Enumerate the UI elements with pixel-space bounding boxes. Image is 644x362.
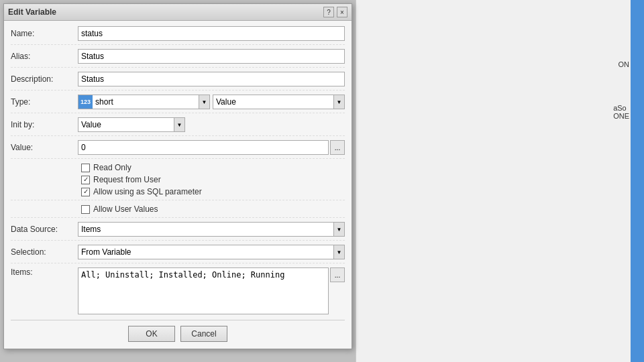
items-row: Items: All; Uninstall; Installed; Online…: [11, 267, 345, 314]
alias-input[interactable]: [78, 49, 345, 64]
dialog-titlebar: Edit Variable ? ×: [4, 4, 352, 21]
cancel-button[interactable]: Cancel: [180, 326, 227, 342]
dialog-title: Edit Variable: [8, 7, 56, 17]
items-textarea-wrapper: All; Uninstall; Installed; Online; Runni…: [78, 267, 345, 314]
type-label: Type:: [11, 97, 78, 107]
request-from-user-label: Request from User: [93, 175, 161, 184]
data-source-label: Data Source:: [11, 225, 78, 234]
alias-row: Alias:: [11, 49, 345, 68]
description-row: Description:: [11, 72, 345, 90]
data-source-row: Data Source: Items ▼: [11, 222, 345, 241]
value-input[interactable]: [78, 140, 329, 155]
name-label: Name:: [11, 29, 78, 38]
help-button[interactable]: ?: [323, 7, 334, 17]
read-only-checkbox[interactable]: [81, 164, 90, 172]
init-by-label: Init by:: [11, 120, 78, 129]
type-icon: 123: [78, 95, 93, 109]
allow-sql-checkbox[interactable]: ✓: [81, 188, 90, 196]
read-only-label: Read Only: [93, 163, 131, 172]
selection-text: From Variable: [78, 247, 333, 257]
allow-sql-checkbox-row: ✓ Allow using as SQL parameter: [81, 187, 345, 196]
read-only-checkbox-row: Read Only: [81, 163, 345, 172]
data-source-text: Items: [78, 225, 333, 234]
value-ellipsis-button[interactable]: ...: [330, 140, 345, 155]
request-from-user-checkbox[interactable]: ✓: [81, 176, 90, 184]
data-source-arrow[interactable]: ▼: [333, 223, 344, 236]
init-by-dropdown[interactable]: Value ▼: [78, 117, 185, 132]
blue-sidebar: [631, 0, 644, 362]
alias-label: Alias:: [11, 52, 78, 61]
dialog-content: Name: Alias: Description: Type: 123 shor…: [4, 21, 352, 349]
selection-arrow[interactable]: ▼: [333, 245, 344, 259]
ok-button[interactable]: OK: [128, 326, 175, 342]
type-mode-text: Value: [213, 97, 333, 107]
name-row: Name:: [11, 26, 345, 45]
allow-user-values-section: Allow User Values: [11, 204, 345, 218]
init-by-text: Value: [78, 120, 174, 129]
data-source-dropdown[interactable]: Items ▼: [78, 222, 345, 237]
name-input[interactable]: [78, 26, 345, 41]
selection-label: Selection:: [11, 247, 78, 257]
check-mark-2: ✓: [83, 188, 89, 195]
type-dropdown-arrow[interactable]: ▼: [199, 95, 209, 109]
type-mode-arrow[interactable]: ▼: [333, 95, 344, 109]
value-row: Value: ...: [11, 140, 345, 159]
selection-row: Selection: From Variable ▼: [11, 245, 345, 263]
buttons-row: OK Cancel: [11, 320, 345, 342]
items-ellipsis-button[interactable]: ...: [330, 267, 345, 282]
edit-variable-dialog: Edit Variable ? × Name: Alias: Descripti…: [3, 3, 352, 349]
value-input-wrapper: ...: [78, 140, 345, 155]
request-from-user-checkbox-row: ✓ Request from User: [81, 175, 345, 184]
type-dropdown[interactable]: 123 short ▼: [78, 95, 210, 109]
type-row: Type: 123 short ▼ Value ▼: [11, 95, 345, 113]
init-by-arrow[interactable]: ▼: [174, 118, 184, 131]
type-inputs: 123 short ▼ Value ▼: [78, 95, 345, 109]
type-text: short: [93, 97, 199, 107]
dialog-controls: ? ×: [323, 7, 347, 17]
allow-user-values-checkbox-row: Allow User Values: [81, 204, 345, 214]
check-mark: ✓: [83, 176, 89, 183]
description-label: Description:: [11, 74, 78, 84]
bg-text-on: ON: [619, 60, 630, 68]
items-label: Items:: [11, 267, 78, 277]
allow-sql-label: Allow using as SQL parameter: [93, 187, 202, 196]
bg-text-aso: aSoONE: [613, 104, 629, 120]
close-button[interactable]: ×: [337, 7, 347, 17]
allow-user-values-checkbox[interactable]: [81, 205, 90, 214]
description-input[interactable]: [78, 72, 345, 86]
type-mode-dropdown[interactable]: Value ▼: [213, 95, 345, 109]
allow-user-values-label: Allow User Values: [93, 204, 158, 214]
background-panel: ON aSoONE: [356, 0, 644, 362]
items-textarea[interactable]: All; Uninstall; Installed; Online; Runni…: [78, 267, 329, 314]
selection-dropdown[interactable]: From Variable ▼: [78, 245, 345, 259]
init-by-row: Init by: Value ▼: [11, 117, 345, 136]
value-label: Value:: [11, 143, 78, 152]
checkboxes-section: Read Only ✓ Request from User ✓ Allow us…: [11, 163, 345, 200]
